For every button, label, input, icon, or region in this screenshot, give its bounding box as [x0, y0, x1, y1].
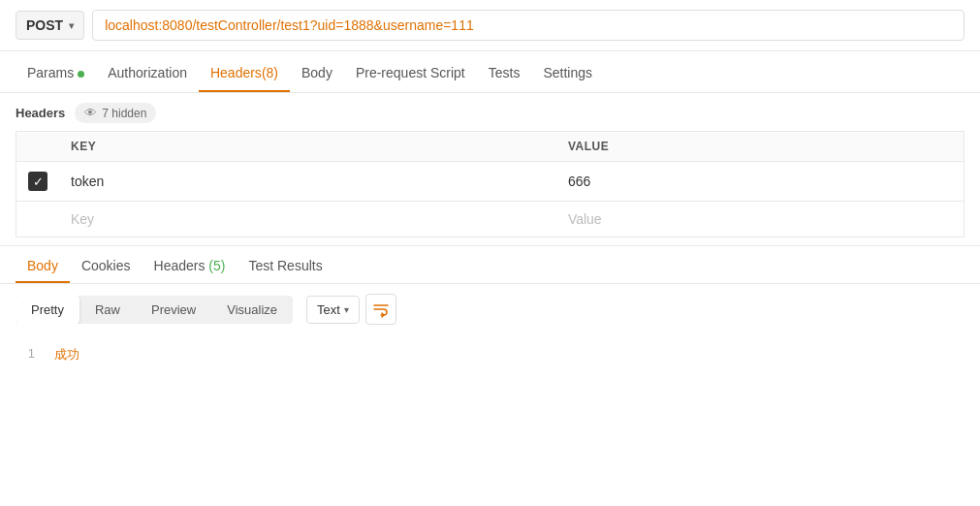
params-dot — [78, 71, 84, 78]
tab-params[interactable]: Params — [16, 51, 96, 92]
response-tabs: Body Cookies Headers (5) Test Results — [0, 245, 980, 284]
headers-label-text: Headers — [16, 106, 65, 120]
tab-response-headers[interactable]: Headers (5) — [142, 246, 237, 283]
row-1-checkbox[interactable]: ✓ — [28, 172, 47, 191]
tab-test-results[interactable]: Test Results — [237, 246, 333, 283]
row-1-value[interactable]: 666 — [556, 162, 964, 202]
response-body: 1 成功 — [0, 334, 980, 375]
format-visualize-btn[interactable]: Visualize — [211, 296, 293, 324]
row-2-value-placeholder[interactable]: Value — [568, 211, 602, 227]
format-btn-group: Pretty Raw Preview Visualize — [16, 296, 293, 324]
table-row: Key Value — [16, 202, 964, 237]
method-chevron: ▾ — [69, 20, 74, 31]
method-select[interactable]: POST ▾ — [16, 11, 84, 40]
tab-tests[interactable]: Tests — [477, 51, 532, 92]
format-preview-btn[interactable]: Preview — [136, 296, 211, 324]
type-select[interactable]: Text ▾ — [306, 296, 360, 324]
headers-label-row: Headers 👁 7 hidden — [16, 103, 964, 123]
format-toolbar: Pretty Raw Preview Visualize Text ▾ — [0, 284, 980, 334]
tab-cookies[interactable]: Cookies — [70, 246, 142, 283]
tab-settings[interactable]: Settings — [531, 51, 604, 92]
wrap-btn[interactable] — [365, 294, 396, 325]
row-2-key-placeholder[interactable]: Key — [71, 211, 94, 227]
hidden-count: 7 hidden — [102, 107, 146, 120]
line-content-1: 成功 — [54, 346, 79, 364]
table-row: ✓ token 666 — [16, 162, 964, 202]
type-select-label: Text — [317, 302, 340, 317]
url-input[interactable] — [92, 10, 964, 41]
tab-body[interactable]: Body — [290, 51, 344, 92]
headers-section: Headers 👁 7 hidden KEY VALUE ✓ token 666 — [0, 93, 980, 237]
url-bar: POST ▾ — [0, 0, 980, 51]
type-select-chevron: ▾ — [344, 304, 349, 315]
col-check-header — [16, 132, 60, 162]
method-label: POST — [26, 17, 63, 33]
col-value-header: VALUE — [556, 132, 964, 162]
tab-authorization[interactable]: Authorization — [96, 51, 199, 92]
response-line-1: 1 成功 — [16, 346, 964, 364]
hidden-badge[interactable]: 👁 7 hidden — [75, 103, 156, 123]
format-raw-btn[interactable]: Raw — [79, 296, 136, 324]
tab-pre-request-script[interactable]: Pre-request Script — [344, 51, 477, 92]
row-1-key[interactable]: token — [59, 162, 556, 202]
col-key-header: KEY — [59, 132, 556, 162]
headers-table: KEY VALUE ✓ token 666 Key Value — [16, 131, 964, 237]
eye-icon: 👁 — [84, 106, 97, 120]
format-pretty-btn[interactable]: Pretty — [16, 296, 79, 324]
tab-response-body[interactable]: Body — [16, 246, 70, 283]
request-tabs: Params Authorization Headers(8) Body Pre… — [0, 51, 980, 93]
line-number-1: 1 — [16, 346, 35, 364]
tab-headers[interactable]: Headers(8) — [199, 51, 290, 92]
